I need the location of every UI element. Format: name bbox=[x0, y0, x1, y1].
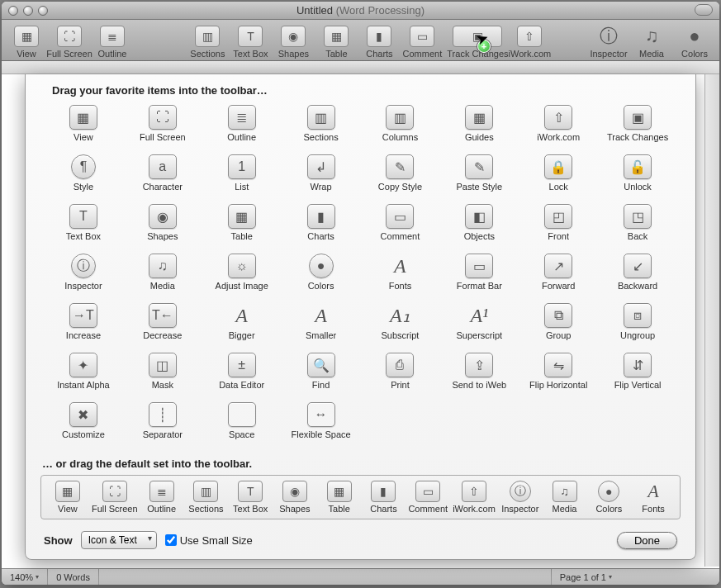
toolbar-item-inspector[interactable]: ⓘInspector bbox=[589, 26, 629, 59]
track-changes-icon: ▣ bbox=[624, 105, 652, 130]
palette-item-bigger[interactable]: ABigger bbox=[202, 300, 282, 349]
palette-item-data-editor[interactable]: ±Data Editor bbox=[202, 349, 282, 399]
toolbar-item-view[interactable]: ▦View bbox=[7, 26, 46, 59]
palette-item-flip-horizontal[interactable]: ⇋Flip Horizontal bbox=[519, 349, 598, 399]
palette-item-lock[interactable]: 🔒Lock bbox=[519, 151, 598, 201]
palette-item-mask[interactable]: ◫Mask bbox=[123, 349, 202, 399]
toolbar-item-full-screen[interactable]: ⛶Full Screen bbox=[50, 26, 89, 59]
done-button[interactable]: Done bbox=[617, 532, 677, 549]
palette-item-iwork.com[interactable]: ⇧iWork.com bbox=[519, 102, 598, 151]
palette-item-subscript[interactable]: A₁Subscript bbox=[361, 300, 440, 349]
toolbar-iwork[interactable]: ⇧ iWork.com bbox=[510, 26, 549, 59]
media-icon: ♫ bbox=[553, 481, 577, 502]
default-item-iwork.com[interactable]: ⇧iWork.com bbox=[453, 481, 496, 514]
palette-item-paste-style[interactable]: ✎Paste Style bbox=[439, 151, 519, 201]
palette-item-colors[interactable]: ●Colors bbox=[282, 250, 361, 300]
default-item-full-screen[interactable]: ⛶Full Screen bbox=[92, 481, 137, 514]
palette-label: Inspector bbox=[64, 281, 102, 291]
palette-item-inspector[interactable]: ⓘInspector bbox=[44, 250, 123, 300]
toolbar-item-outline[interactable]: ≣Outline bbox=[92, 26, 132, 59]
toolbar-item-colors[interactable]: ●Colors bbox=[675, 26, 714, 59]
palette-item-separator[interactable]: ┊Separator bbox=[123, 399, 202, 448]
default-item-text-box[interactable]: TText Box bbox=[230, 481, 270, 514]
text-box-icon: T bbox=[69, 204, 97, 229]
toolbar-item-media[interactable]: ♫Media bbox=[632, 26, 671, 59]
palette-item-charts[interactable]: ▮Charts bbox=[282, 201, 361, 250]
palette-item-back[interactable]: ◳Back bbox=[598, 201, 677, 250]
palette-item-superscript[interactable]: A¹Superscript bbox=[439, 300, 519, 349]
toolbar-item-table[interactable]: ▦Table bbox=[316, 26, 356, 59]
default-item-fonts[interactable]: AFonts bbox=[633, 481, 673, 514]
palette-item-space[interactable]: Space bbox=[202, 399, 282, 448]
titlebar[interactable]: Untitled (Word Processing) bbox=[2, 2, 719, 20]
palette-item-send-to-iweb[interactable]: ⇪Send to iWeb bbox=[439, 349, 519, 399]
palette-item-media[interactable]: ♫Media bbox=[123, 250, 202, 300]
default-toolbar-set[interactable]: ▦View⛶Full Screen≣Outline▥SectionsTText … bbox=[40, 475, 681, 519]
default-item-comment[interactable]: ▭Comment bbox=[408, 481, 448, 514]
palette-item-full-screen[interactable]: ⛶Full Screen bbox=[123, 102, 202, 151]
palette-item-find[interactable]: 🔍Find bbox=[282, 349, 361, 399]
palette-item-customize[interactable]: ✖Customize bbox=[44, 399, 123, 448]
palette-item-decrease[interactable]: T←Decrease bbox=[123, 300, 202, 349]
palette-item-list[interactable]: 1List bbox=[202, 151, 282, 201]
palette-item-character[interactable]: aCharacter bbox=[123, 151, 202, 201]
default-item-inspector[interactable]: ⓘInspector bbox=[500, 481, 540, 514]
palette-item-style[interactable]: ¶Style bbox=[44, 151, 123, 201]
palette-item-track-changes[interactable]: ▣Track Changes bbox=[598, 102, 677, 151]
palette-item-view[interactable]: ▦View bbox=[44, 102, 123, 151]
palette-item-fonts[interactable]: AFonts bbox=[361, 250, 440, 300]
palette-item-instant-alpha[interactable]: ✦Instant Alpha bbox=[44, 349, 123, 399]
palette-item-flexible-space[interactable]: ↔Flexible Space bbox=[282, 399, 361, 448]
default-item-view[interactable]: ▦View bbox=[48, 481, 88, 514]
palette-item-smaller[interactable]: ASmaller bbox=[282, 300, 361, 349]
default-item-outline[interactable]: ≣Outline bbox=[142, 481, 182, 514]
palette-item-adjust-image[interactable]: ☼Adjust Image bbox=[202, 250, 282, 300]
default-item-charts[interactable]: ▮Charts bbox=[364, 481, 404, 514]
palette-item-comment[interactable]: ▭Comment bbox=[361, 201, 440, 250]
customize-icon: ✖ bbox=[69, 402, 97, 427]
increase-icon: →T bbox=[69, 303, 97, 328]
palette-item-flip-vertical[interactable]: ⇵Flip Vertical bbox=[598, 349, 677, 399]
toolbar-item-text-box[interactable]: TText Box bbox=[230, 26, 270, 59]
palette-item-sections[interactable]: ▥Sections bbox=[282, 102, 361, 151]
small-size-checkbox[interactable] bbox=[165, 534, 177, 546]
vertical-scrollbar[interactable] bbox=[704, 74, 719, 567]
palette-item-columns[interactable]: ▥Columns bbox=[361, 102, 440, 151]
toolbar-item-shapes[interactable]: ◉Shapes bbox=[273, 26, 313, 59]
toolbar-item-comment[interactable]: ▭Comment bbox=[402, 26, 442, 59]
default-item-colors[interactable]: ●Colors bbox=[589, 481, 629, 514]
palette-item-table[interactable]: ▦Table bbox=[202, 201, 282, 250]
iwork.com-icon: ⇧ bbox=[462, 481, 486, 502]
palette-label: Sections bbox=[303, 132, 338, 142]
palette-item-shapes[interactable]: ◉Shapes bbox=[123, 201, 202, 250]
toolbar-item-charts[interactable]: ▮Charts bbox=[359, 26, 399, 59]
palette-item-guides[interactable]: ▦Guides bbox=[439, 102, 519, 151]
palette-item-wrap[interactable]: ↲Wrap bbox=[282, 151, 361, 201]
zoom-cell[interactable]: 140% ▾ bbox=[2, 569, 48, 585]
palette-item-forward[interactable]: ↗Forward bbox=[519, 250, 598, 300]
show-mode-select[interactable]: Icon & Text bbox=[81, 531, 157, 549]
palette-item-backward[interactable]: ↙Backward bbox=[598, 250, 677, 300]
palette-item-outline[interactable]: ≣Outline bbox=[202, 102, 282, 151]
default-item-table[interactable]: ▦Table bbox=[320, 481, 359, 514]
toolbar-item-sections[interactable]: ▥Sections bbox=[187, 26, 227, 59]
palette-item-format-bar[interactable]: ▭Format Bar bbox=[439, 250, 519, 300]
page-cell[interactable]: Page 1 of 1 ▾ bbox=[551, 569, 620, 585]
palette-item-copy-style[interactable]: ✎Copy Style bbox=[361, 151, 440, 201]
palette-item-increase[interactable]: →TIncrease bbox=[44, 300, 123, 349]
palette-item-front[interactable]: ◰Front bbox=[519, 201, 598, 250]
default-item-media[interactable]: ♫Media bbox=[545, 481, 585, 514]
default-item-sections[interactable]: ▥Sections bbox=[187, 481, 226, 514]
toolbar-toggle-pill[interactable] bbox=[695, 4, 713, 16]
palette-item-objects[interactable]: ◧Objects bbox=[439, 201, 519, 250]
palette-item-text-box[interactable]: TText Box bbox=[44, 201, 123, 250]
small-size-row[interactable]: Use Small Size bbox=[165, 534, 253, 547]
palette-item-ungroup[interactable]: ⧈Ungroup bbox=[598, 300, 677, 349]
default-item-shapes[interactable]: ◉Shapes bbox=[275, 481, 315, 514]
default-label: Inspector bbox=[501, 504, 538, 514]
palette-item-group[interactable]: ⧉Group bbox=[519, 300, 598, 349]
palette-item-unlock[interactable]: 🔓Unlock bbox=[598, 151, 677, 201]
palette-item-print[interactable]: ⎙Print bbox=[361, 349, 440, 399]
horizontal-ruler[interactable] bbox=[2, 61, 719, 74]
word-count-cell[interactable]: 0 Words bbox=[48, 569, 99, 585]
